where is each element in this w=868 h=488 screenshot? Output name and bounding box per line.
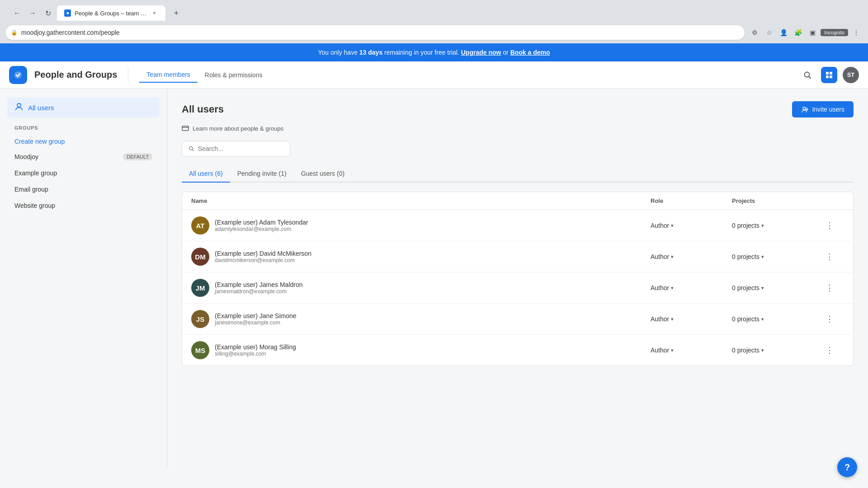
reload-button[interactable]: ↻: [42, 7, 54, 19]
group-name-email: Email group: [14, 186, 48, 193]
svg-line-1: [809, 76, 811, 78]
role-chevron-morag[interactable]: ▾: [671, 347, 674, 353]
projects-chevron-david[interactable]: ▾: [761, 254, 764, 260]
address-bar[interactable]: 🔒 moodjoy.gathercontent.com/people: [5, 25, 745, 40]
banner-text-middle: remaining in your free trial.: [384, 49, 461, 56]
user-email-adam: adamtylesondar@example.com: [215, 226, 308, 232]
tab-guest-users[interactable]: Guest users (0): [294, 165, 352, 183]
user-email-james: jamesmaldron@example.com: [215, 288, 303, 295]
forward-button[interactable]: →: [26, 7, 39, 19]
back-button[interactable]: ←: [11, 7, 24, 19]
more-options-button[interactable]: ⋮: [850, 26, 863, 39]
create-new-group-link[interactable]: Create new group: [7, 134, 160, 149]
sidebar-button[interactable]: ▣: [806, 26, 819, 39]
app-logo[interactable]: [9, 66, 27, 84]
more-options-james[interactable]: ⋮: [822, 281, 837, 295]
user-avatar-button[interactable]: ST: [843, 67, 859, 83]
user-tabs: All users (6) Pending invite (1) Guest u…: [182, 165, 854, 183]
tab-favicon: [64, 9, 71, 17]
projects-morag[interactable]: 0 projects ▾: [732, 347, 822, 354]
main-layout: All users GROUPS Create new group Moodjo…: [0, 89, 868, 468]
all-users-label: All users: [28, 104, 54, 112]
user-name-david: (Example user) David McMikerson: [215, 250, 311, 257]
svg-line-12: [193, 150, 194, 151]
new-tab-button[interactable]: +: [170, 7, 183, 19]
upgrade-now-link[interactable]: Upgrade now: [461, 49, 501, 56]
projects-chevron-morag[interactable]: ▾: [761, 347, 764, 353]
user-email-jane: janesimone@example.com: [215, 319, 297, 326]
col-header-role: Role: [651, 197, 732, 204]
invite-users-button[interactable]: Invite users: [792, 101, 854, 117]
user-name-james: (Example user) James Maldron: [215, 281, 303, 288]
projects-chevron-adam[interactable]: ▾: [761, 223, 764, 229]
invite-users-label: Invite users: [812, 106, 844, 113]
projects-james[interactable]: 0 projects ▾: [732, 284, 822, 291]
tab-pending-invite[interactable]: Pending invite (1): [230, 165, 294, 183]
more-options-david[interactable]: ⋮: [822, 249, 837, 264]
more-options-morag[interactable]: ⋮: [822, 343, 837, 357]
role-james[interactable]: Author ▾: [651, 284, 732, 291]
svg-rect-2: [826, 72, 829, 75]
role-chevron-david[interactable]: ▾: [671, 254, 674, 260]
tab-all-users[interactable]: All users (6): [182, 165, 230, 183]
projects-jane[interactable]: 0 projects ▾: [732, 315, 822, 323]
user-name-morag: (Example user) Morag Silling: [215, 343, 296, 351]
app-header: People and Groups Team members Roles & p…: [0, 61, 868, 89]
more-options-adam[interactable]: ⋮: [822, 218, 837, 233]
projects-david[interactable]: 0 projects ▾: [732, 253, 822, 260]
banner-text-before: You only have: [318, 49, 359, 56]
content-area: All users Invite users Learn more about …: [167, 89, 868, 468]
role-adam[interactable]: Author ▾: [651, 222, 732, 229]
projects-adam[interactable]: 0 projects ▾: [732, 222, 822, 229]
more-options-jane[interactable]: ⋮: [822, 312, 837, 326]
profile-button[interactable]: 👤: [777, 26, 790, 39]
tab-title: People & Groups – team mem…: [75, 10, 147, 17]
sidebar-item-all-users[interactable]: All users: [7, 98, 160, 118]
projects-chevron-jane[interactable]: ▾: [761, 316, 764, 322]
role-chevron-james[interactable]: ▾: [671, 285, 674, 291]
nav-roles-permissions[interactable]: Roles & permissions: [198, 68, 270, 82]
group-item-example[interactable]: Example group: [7, 165, 160, 181]
user-details-jane: (Example user) Jane Simone janesimone@ex…: [215, 312, 297, 326]
header-actions: ST: [799, 67, 859, 83]
user-details-adam: (Example user) Adam Tylesondar adamtyles…: [215, 219, 308, 232]
group-item-email[interactable]: Email group: [7, 181, 160, 197]
close-tab-button[interactable]: ×: [151, 9, 158, 17]
browser-nav-controls: ← → ↻: [11, 7, 54, 19]
nav-team-members[interactable]: Team members: [139, 67, 197, 83]
search-input[interactable]: [198, 145, 283, 152]
page-title: All users: [182, 103, 224, 115]
active-tab[interactable]: People & Groups – team mem… ×: [57, 5, 165, 21]
extensions-button[interactable]: ⚙: [748, 26, 761, 39]
user-details-morag: (Example user) Morag Silling silling@exa…: [215, 343, 296, 357]
content-header: All users Invite users: [182, 101, 854, 117]
role-morag[interactable]: Author ▾: [651, 347, 732, 354]
table-row: JM (Example user) James Maldron jamesmal…: [182, 272, 853, 304]
group-name-website: Website group: [14, 202, 55, 209]
avatar-david: DM: [191, 248, 209, 266]
bookmark-button[interactable]: ☆: [763, 26, 775, 39]
learn-more-link[interactable]: Learn more about people & groups: [182, 125, 854, 132]
group-item-website[interactable]: Website group: [7, 197, 160, 214]
search-icon: [189, 145, 194, 152]
role-chevron-adam[interactable]: ▾: [671, 223, 674, 229]
search-button[interactable]: [799, 67, 816, 83]
group-item-moodjoy[interactable]: Moodjoy DEFAULT: [7, 149, 160, 165]
browser-tabs: ← → ↻ People & Groups – team mem… × +: [0, 0, 868, 23]
trial-banner: You only have 13 days remaining in your …: [0, 43, 868, 61]
user-details-david: (Example user) David McMikerson davidmcm…: [215, 250, 311, 263]
apps-button[interactable]: [821, 67, 837, 83]
learn-more-text: Learn more about people & groups: [193, 125, 283, 132]
group-name-moodjoy: Moodjoy: [14, 153, 38, 160]
svg-rect-3: [830, 72, 832, 75]
role-jane[interactable]: Author ▾: [651, 315, 732, 323]
role-chevron-jane[interactable]: ▾: [671, 316, 674, 322]
projects-chevron-james[interactable]: ▾: [761, 285, 764, 291]
user-info-james: JM (Example user) James Maldron jamesmal…: [191, 279, 651, 297]
puzzle-button[interactable]: 🧩: [792, 26, 804, 39]
banner-days: 13 days: [359, 49, 382, 56]
role-david[interactable]: Author ▾: [651, 253, 732, 260]
users-table: Name Role Projects AT (Example user) Ada…: [182, 192, 854, 366]
url-text[interactable]: moodjoy.gathercontent.com/people: [21, 29, 739, 36]
book-demo-link[interactable]: Book a demo: [510, 49, 550, 56]
